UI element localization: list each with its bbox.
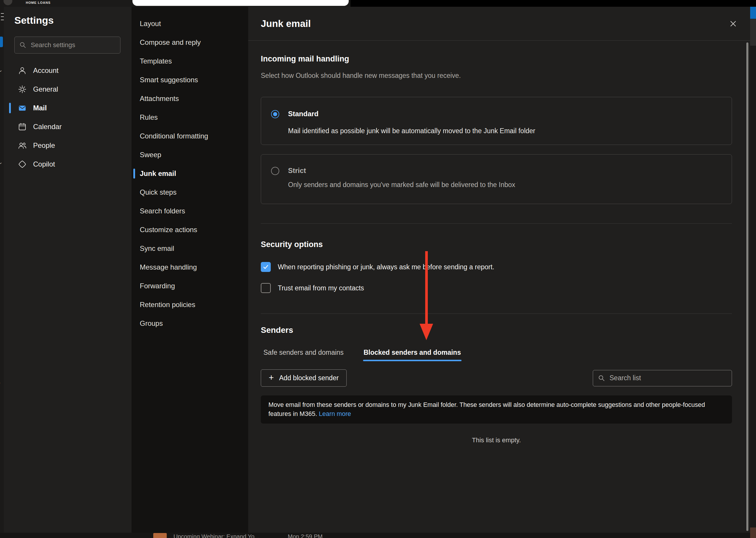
standard-radio[interactable] (271, 110, 279, 118)
standard-option-label: Standard (288, 109, 536, 119)
divider (261, 313, 732, 314)
sidebar-item-people[interactable]: People (14, 136, 120, 155)
senders-tabs: Safe senders and domains Blocked senders… (263, 349, 732, 361)
subnav-item-compose-and-reply[interactable]: Compose and reply (132, 33, 248, 52)
report-prompt-checkbox-row[interactable]: When reporting phishing or junk, always … (261, 261, 732, 273)
settings-sidebar: Settings Account (4, 7, 132, 533)
blocked-senders-info-banner: Move email from these senders or domains… (261, 396, 732, 424)
sidebar-item-calendar[interactable]: Calendar (14, 117, 120, 136)
junk-email-panel: Junk email Incoming mail handling Select… (248, 7, 750, 533)
sidebar-item-account[interactable]: Account (14, 61, 120, 80)
settings-title: Settings (14, 14, 120, 27)
sidebar-item-mail[interactable]: Mail (14, 99, 120, 117)
add-blocked-sender-button[interactable]: + Add blocked sender (261, 369, 346, 387)
strict-radio[interactable] (271, 167, 279, 175)
standard-option-description: Mail identified as possible junk will be… (288, 127, 536, 135)
chevron-down-icon: ⌄ (0, 67, 3, 73)
sidebar-item-label: Mail (33, 104, 47, 112)
people-icon (18, 141, 27, 150)
check-icon (262, 263, 269, 270)
search-list-input[interactable] (609, 374, 727, 382)
subnav-item-quick-steps[interactable]: Quick steps (132, 183, 248, 202)
senders-actions-row: + Add blocked sender (261, 369, 732, 387)
app-left-sliver: ⌄ ⌄ › (0, 7, 4, 533)
subnav-item-smart-suggestions[interactable]: Smart suggestions (132, 71, 248, 89)
trust-contacts-label: Trust email from my contacts (278, 284, 364, 292)
search-list-box[interactable] (593, 370, 732, 386)
mail-icon (18, 104, 27, 112)
subnav-item-message-handling[interactable]: Message handling (132, 258, 248, 277)
sidebar-item-label: Copilot (33, 160, 55, 168)
subnav-item-customize-actions[interactable]: Customize actions (132, 220, 248, 239)
hamburger-icon (1, 13, 4, 14)
panel-content: Incoming mail handling Select how Outloo… (248, 41, 750, 444)
strict-option-card[interactable]: Strict Only senders and domains you've m… (261, 154, 732, 204)
learn-more-link[interactable]: Learn more (319, 410, 351, 417)
sidebar-item-copilot[interactable]: Copilot (14, 155, 120, 174)
app-logo (4, 0, 12, 5)
subnav-item-rules[interactable]: Rules (132, 108, 248, 127)
report-prompt-checkbox[interactable] (261, 262, 271, 272)
app-top-bar: HOME LOANS (0, 0, 756, 7)
app-bottom-sliver: Upcoming Webinar: Expand Yo... Mon 2:59 … (0, 533, 750, 538)
report-prompt-label: When reporting phishing or junk, always … (278, 263, 494, 271)
subnav-item-conditional-formatting[interactable]: Conditional formatting (132, 127, 248, 145)
app-blue-button-sliver (750, 7, 756, 19)
copilot-icon (18, 160, 27, 169)
incoming-mail-description: Select how Outlook should handle new mes… (261, 71, 732, 80)
sidebar-item-general[interactable]: General (14, 80, 120, 99)
trust-contacts-checkbox[interactable] (261, 283, 271, 293)
app-header-dark-region (350, 0, 756, 7)
security-options-heading: Security options (261, 239, 732, 250)
subnav-item-forwarding[interactable]: Forwarding (132, 277, 248, 296)
subnav-item-groups[interactable]: Groups (132, 314, 248, 333)
message-time: Mon 2:59 PM (288, 533, 323, 538)
settings-search[interactable] (14, 36, 120, 54)
subnav-item-sweep[interactable]: Sweep (132, 145, 248, 164)
message-subject: Upcoming Webinar: Expand Yo... (173, 533, 259, 538)
tab-blocked-senders[interactable]: Blocked senders and domains (363, 349, 462, 361)
new-mail-button-sliver (0, 36, 3, 47)
subnav-item-attachments[interactable]: Attachments (132, 89, 248, 108)
strict-option-description: Only senders and domains you've marked s… (288, 180, 515, 189)
settings-nav: Account General (14, 61, 120, 174)
brand-text: HOME LOANS (26, 1, 51, 4)
close-icon (728, 19, 738, 28)
subnav-item-templates[interactable]: Templates (132, 52, 248, 71)
app-right-sliver (750, 7, 756, 538)
plus-icon: + (269, 373, 274, 382)
app-search-bar[interactable] (132, 0, 349, 6)
message-thumbnail (153, 533, 167, 538)
panel-scrollbar[interactable] (746, 42, 748, 531)
sidebar-item-label: People (33, 141, 55, 150)
panel-header: Junk email (248, 7, 750, 41)
divider (261, 223, 732, 224)
subnav-item-search-folders[interactable]: Search folders (132, 202, 248, 220)
senders-heading: Senders (261, 325, 732, 336)
close-button[interactable] (727, 17, 740, 30)
gear-icon (18, 85, 27, 94)
add-blocked-sender-label: Add blocked sender (279, 374, 339, 382)
mail-settings-subnav: Layout Compose and reply Templates Smart… (132, 7, 248, 533)
subnav-item-sync-email[interactable]: Sync email (132, 239, 248, 258)
calendar-icon (18, 122, 27, 131)
chevron-right-icon: › (0, 379, 0, 387)
screen: HOME LOANS ⌄ ⌄ › Upcoming Webinar: Expan… (0, 0, 756, 538)
subnav-item-retention-policies[interactable]: Retention policies (132, 296, 248, 314)
strict-option-label: Strict (288, 166, 515, 176)
trust-contacts-checkbox-row[interactable]: Trust email from my contacts (261, 283, 732, 294)
person-icon (18, 66, 27, 75)
chevron-down-icon: ⌄ (0, 159, 3, 165)
subnav-item-junk-email[interactable]: Junk email (132, 164, 248, 183)
empty-list-text: This list is empty. (261, 436, 732, 444)
incoming-mail-heading: Incoming mail handling (261, 54, 732, 64)
settings-dialog: Settings Account (4, 7, 750, 533)
standard-option-card[interactable]: Standard Mail identified as possible jun… (261, 97, 732, 145)
sidebar-item-label: Account (33, 67, 59, 75)
subnav-item-layout[interactable]: Layout (132, 14, 248, 33)
search-icon (19, 41, 27, 49)
search-icon (598, 374, 605, 382)
settings-search-input[interactable] (31, 41, 116, 49)
sidebar-item-label: Calendar (33, 123, 62, 131)
tab-safe-senders[interactable]: Safe senders and domains (263, 349, 344, 361)
